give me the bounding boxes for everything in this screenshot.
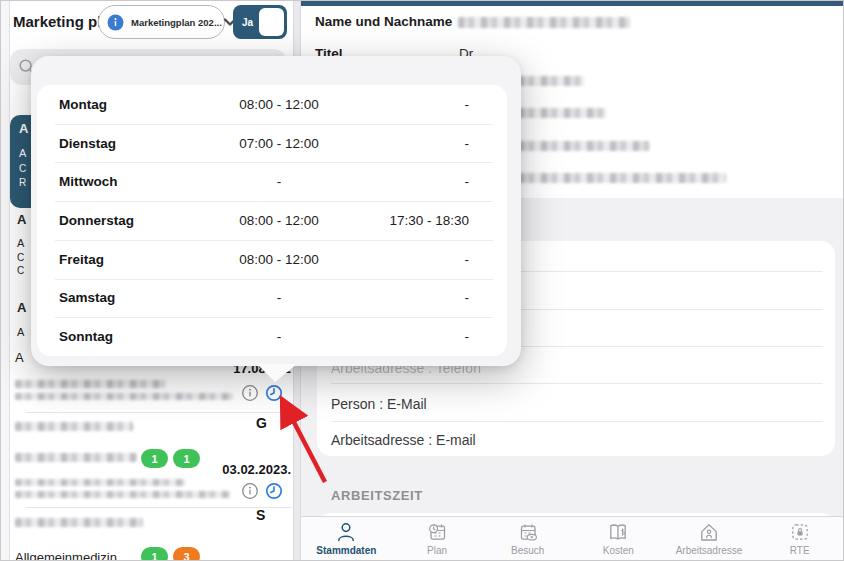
tab-label: Arbeitsadresse [676,545,743,556]
sidebar-entry-fragment: A [17,212,26,227]
row-divider [55,240,493,241]
sidebar-entry-fragment: A [17,326,24,338]
entry-label: Allgemeinmedizin [15,550,117,561]
info-icon[interactable] [241,384,259,402]
field-label: Name und Nachname [315,14,452,29]
row-divider [55,124,493,125]
row-divider [55,201,493,202]
redacted-text [15,393,233,400]
row-divider [55,317,493,318]
worktime-row: Mittwoch - - [37,162,507,201]
evening-hours: - [359,329,469,344]
day-label: Samstag [59,290,199,305]
redacted-text [15,453,137,462]
redacted-text [15,491,230,498]
tab-kosten[interactable]: Kosten [573,517,664,561]
person-icon [334,520,358,544]
marketingplan-dropdown[interactable]: Marketingplan 202... [98,5,225,39]
book-dollar-icon [606,520,630,544]
calendar-clock-icon [425,520,449,544]
redacted-text [15,380,165,388]
info-icon[interactable] [241,482,259,500]
row-divider [331,383,823,384]
morning-hours: - [199,329,359,344]
morning-hours: - [199,290,359,305]
worktime-row: Sonntag - - [37,317,507,356]
list-divider [26,507,292,508]
toggle-label: Ja [242,17,253,28]
entry-date: 03.02.2023. [222,462,291,477]
evening-hours: - [359,290,469,305]
tab-label: Stammdaten [316,545,376,556]
bottom-tab-bar: Stammdaten Plan Besuch Kosten [301,516,844,561]
morning-hours: 08:00 - 12:00 [199,213,359,228]
clock-icon[interactable] [265,384,283,402]
worktime-row: Dienstag 07:00 - 12:00 - [37,124,507,163]
toggle-knob [259,8,284,36]
worktime-row: Donnerstag 08:00 - 12:00 17:30 - 18:30 [37,201,507,240]
tab-label: RTE [790,545,810,556]
section-heading: ARBEITSZEIT [331,488,423,503]
redacted-text [15,518,143,527]
day-label: Sonntag [59,329,199,344]
list-divider [26,412,292,413]
row-divider [55,162,493,163]
selected-entry-text: R [19,177,26,188]
selected-entry-text: C [19,163,26,174]
window-left-edge [1,1,10,561]
section-letter: A [15,350,24,365]
count-badge: 3 [173,547,200,561]
tab-label: Besuch [511,545,544,556]
redacted-value [518,141,650,151]
redacted-value [518,173,726,183]
entry-letter: S [256,507,265,523]
entry-letter: G [256,415,267,431]
redacted-value [518,76,584,86]
calendar-eye-icon [516,520,540,544]
morning-hours: 08:00 - 12:00 [199,97,359,112]
morning-hours: 07:00 - 12:00 [199,136,359,151]
morning-hours: - [199,174,359,189]
row-divider [331,421,823,422]
evening-hours: - [359,97,469,112]
redacted-text [15,479,185,486]
worktime-row: Montag 08:00 - 12:00 - [37,85,507,124]
day-label: Freitag [59,252,199,267]
selected-entry-text: A [19,121,28,136]
count-badge: 1 [173,449,200,468]
evening-hours: 17:30 - 18:30 [359,213,469,228]
tab-arbeitsadresse[interactable]: Arbeitsadresse [664,517,755,561]
redacted-value [458,17,630,28]
evening-hours: - [359,136,469,151]
house-person-icon [697,520,721,544]
arbeitszeit-popup: Montag 08:00 - 12:00 - Dienstag 07:00 - … [31,56,521,366]
worktime-row: Freitag 08:00 - 12:00 - [37,240,507,279]
tab-rte[interactable]: RTE [754,517,844,561]
tab-besuch[interactable]: Besuch [482,517,573,561]
sidebar-entry-fragment: C [17,252,24,263]
field-label: Person : E-Mail [331,396,427,412]
tab-label: Plan [427,545,447,556]
sidebar-entry-fragment: A [17,237,24,249]
day-label: Donnerstag [59,213,199,228]
tab-plan[interactable]: Plan [392,517,483,561]
tab-label: Kosten [603,545,634,556]
selected-entry-text: A [19,147,26,159]
count-badge: 1 [141,547,168,561]
sidebar-entry-fragment: A [17,300,26,315]
ja-toggle[interactable]: Ja [233,5,287,39]
day-label: Mittwoch [59,174,199,189]
sidebar-entry-fragment: C [17,265,24,276]
count-badge: 1 [141,449,168,468]
lock-square-icon [788,520,812,544]
evening-hours: - [359,252,469,267]
clock-icon[interactable] [265,482,283,500]
tab-stammdaten[interactable]: Stammdaten [301,517,392,561]
worktime-row: Samstag - - [37,279,507,318]
row-divider [55,279,493,280]
field-label: Arbeitsadresse : E-mail [331,432,476,448]
app-window: Marketing plan Marketingplan 202... Ja A… [0,0,844,561]
evening-hours: - [359,174,469,189]
redacted-text [15,422,133,431]
redacted-value [518,108,606,118]
